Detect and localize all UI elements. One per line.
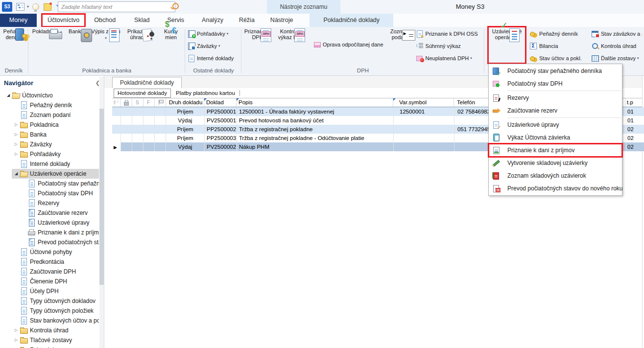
uzavierkove-operacie-button[interactable]: Uzávierkové operácie ▾ — [488, 27, 525, 63]
tab-nastroje[interactable]: Nástroje — [264, 14, 299, 27]
document-tab-pokladnicne-doklady[interactable]: Pokladničné doklady — [112, 77, 182, 89]
column-header-popis[interactable]: Popis — [237, 98, 393, 107]
tree-item-banka[interactable]: Banka — [0, 130, 99, 139]
menu-item-uzavierkove-upravy[interactable]: Uzávierkové úpravy — [489, 118, 622, 131]
menu-item-zauctovanie-rezerv[interactable]: Zaúčtovanie rezerv — [489, 104, 622, 117]
tree-item-tlacove-zostavy[interactable]: Tlačové zostavy — [0, 335, 99, 345]
tree-item-uzavierkove-operacie[interactable]: Uzávierkové operácie — [0, 169, 99, 179]
menu-item-vytvorenie-skladovej-uzavierky[interactable]: Vytvorenie skladovej uzávierky — [489, 157, 622, 169]
tree-item-typy-uctovnych-dokladov[interactable]: Typy účtovných dokladov — [0, 296, 99, 306]
tree-item-zauctovanie-rezerv[interactable]: Zaúčtovanie rezerv — [0, 208, 99, 218]
navigator-toggle-caret[interactable]: ▾ — [25, 2, 30, 12]
priznanie-k-dph-oss-button[interactable]: Priznanie k DPH OSS — [416, 29, 478, 38]
tree-item-uctovnictvo[interactable]: Účtovníctvo — [0, 91, 99, 100]
prikazy-na-uhradu-button[interactable]: Príkazy na úhradu ▾ — [120, 27, 160, 63]
expander-closed-icon[interactable] — [13, 139, 20, 149]
tree-item-ucely-dph[interactable]: Účely DPH — [0, 286, 99, 296]
menu-item-prevod-pociatocnych-stavov[interactable]: Prevod počiatočných stavov do nového rok… — [489, 182, 622, 195]
menu-item-rezervy[interactable]: Rezervy — [489, 92, 622, 104]
tree-item-predkontacia[interactable]: Predkontácia — [0, 257, 99, 267]
dropdown-caret: ▾ — [105, 36, 107, 40]
tree-item-rezervy[interactable]: Rezervy — [0, 198, 99, 208]
expander-closed-icon[interactable] — [13, 120, 20, 130]
tree-item-penazny-dennik[interactable]: Peňažný denník — [0, 100, 99, 110]
tree-item-pociatocny-stav-dph[interactable]: Počiatočný stav DPH — [0, 188, 99, 198]
tab-sklad[interactable]: Sklad — [128, 14, 155, 27]
navigator-scrollbar[interactable] — [99, 77, 104, 348]
pokladnica-button[interactable]: Pokladnica ▾ — [29, 27, 65, 63]
tree-item-priznanie-k-dani[interactable]: Priznanie k dani z príjmov — [0, 228, 99, 237]
tree-item-kontrola-uhrad[interactable]: Kontrola úhrad — [0, 325, 99, 335]
tree-item-uzavierkove-upravy[interactable]: Uzávierkové úpravy — [0, 218, 99, 228]
notes-button[interactable] — [42, 2, 53, 12]
tree-item-clenenie-dph[interactable]: Členenie DPH — [0, 277, 99, 286]
tab-analyzy[interactable]: Analýzy — [196, 14, 229, 27]
subtab-platby-kartou[interactable]: Platby platobnou kartou — [172, 89, 239, 97]
expander-open-icon[interactable] — [5, 91, 12, 100]
menu-item-pociatocny-stav-dph[interactable]: Počiatočný stav DPH — [489, 77, 622, 90]
f-column-header[interactable]: F — [143, 98, 155, 107]
penazny-dennik-button[interactable]: Peňažný denník — [0, 27, 27, 63]
s-column-header[interactable]: S — [132, 98, 143, 107]
priznanie-k-dph-button[interactable]: DPH Priznanie k DPH — [242, 27, 273, 63]
tree-item-uctovne-pohyby[interactable]: Účtovné pohyby — [0, 247, 99, 257]
search-input[interactable] — [58, 1, 175, 12]
oprava-odpocitanej-dane-button[interactable]: Oprava odpočítanej dane — [313, 41, 383, 49]
column-header-var-symbol[interactable]: Var.symbol — [393, 98, 454, 107]
menu-item-zoznam-skladovych-uzavierok[interactable]: Zoznam skladových uzávierok — [489, 169, 622, 182]
penazny-dennik-report-button[interactable]: Peňažný denník — [529, 29, 589, 38]
tree-item-stav-bankovych-uctov[interactable]: Stav bankových účtov a pokl — [0, 316, 99, 325]
expander-closed-icon[interactable] — [13, 325, 20, 335]
tab-pokladnicne-doklady[interactable]: Pokladničné doklady — [310, 14, 393, 27]
lock-column-header[interactable] — [121, 98, 132, 107]
tab-uctovnictvo[interactable]: Účtovníctvo — [42, 14, 85, 27]
flag-column-header[interactable] — [155, 98, 166, 107]
expander-open-icon[interactable] — [13, 169, 20, 179]
kurzy-mien-button[interactable]: Kurzy mien — [160, 27, 182, 63]
tab-obchod[interactable]: Obchod — [88, 14, 121, 27]
vypis-z-uctu-button[interactable]: Výpis z účtu ▾ — [91, 27, 120, 63]
zoznam-podani-button[interactable]: Zoznam podaní — [386, 27, 414, 63]
menu-item-pociatocny-stav-denniku[interactable]: Počiatočný stav peňažného denníka — [489, 65, 622, 77]
subtab-hotovostne-doklady[interactable]: Hotovostné doklady — [114, 89, 171, 98]
scrollbar-thumb[interactable] — [99, 109, 104, 285]
neuplatnena-dph-button[interactable]: Neuplatnená DPH ▾ — [416, 54, 478, 62]
expander-closed-icon[interactable] — [13, 335, 20, 345]
tree-item-interne-doklady[interactable]: Interné doklady — [0, 159, 99, 169]
tree-item-pokladnica[interactable]: Pokladnica — [0, 120, 99, 130]
zavazky-button[interactable]: Záväzky ▾ — [187, 42, 240, 50]
tree-item-prevod-pociatocnych-stavov[interactable]: Prevod počiatočných stavo — [0, 237, 99, 247]
tab-money[interactable]: Money — [0, 14, 37, 27]
tab-rezia[interactable]: Réžia — [233, 14, 261, 27]
tree-item-zavazky[interactable]: Záväzky — [0, 139, 99, 149]
column-header-doklad[interactable]: Doklad — [204, 98, 237, 107]
sort-column-header[interactable]: A Z — [112, 98, 121, 107]
tree-item-zoznam-podani[interactable]: Zoznam podaní — [0, 110, 99, 120]
tree-item-pohladavky[interactable]: Pohľadávky — [0, 149, 99, 159]
bilancia-button[interactable]: Bilancia — [529, 42, 589, 50]
tree-item-pociatocny-stav-penazneho[interactable]: Počiatočný stav peňažného — [0, 179, 99, 188]
interne-doklady-button[interactable]: Interné doklady — [187, 54, 240, 62]
tips-button[interactable] — [30, 2, 41, 12]
suhrnny-vykaz-button[interactable]: Súhrnný výkaz — [416, 42, 478, 50]
tree-item-fakturacia[interactable]: Fakturácia — [0, 345, 99, 348]
menu-item-priznanie-k-dani-z-prijmov[interactable]: Priznanie k dani z príjmov — [489, 144, 622, 157]
expander-closed-icon[interactable] — [13, 130, 20, 139]
navigator-toggle-button[interactable] — [15, 2, 25, 12]
stav-uctov-a-pokl-button[interactable]: Stav účtov a pokl. — [529, 54, 589, 62]
expander-closed-icon[interactable] — [13, 345, 20, 348]
tree-item-typy-uctovnych-poloziek[interactable]: Typy účtovných položiek — [0, 306, 99, 316]
kontrolny-vykaz-dph-button[interactable]: DPH Kontrolný výkaz DPH — [273, 27, 310, 63]
search-icon[interactable] — [172, 3, 179, 9]
column-header-partial[interactable]: t.p — [626, 98, 644, 107]
tree-item-zauctovanie-dph[interactable]: Zaúčtovanie DPH — [0, 267, 99, 277]
menu-item-vykaz-uctovna-zavierka[interactable]: Výkaz Účtovná závierka — [489, 131, 622, 144]
dalsie-zostavy-button[interactable]: Ďalšie zostavy ▾ — [591, 54, 642, 62]
app-logo[interactable]: S3 — [2, 2, 12, 12]
expander-closed-icon[interactable] — [13, 149, 20, 159]
kontrola-uhrad-button[interactable]: Kontrola úhrad — [591, 42, 642, 50]
pohladavky-button[interactable]: Pohľadávky ▾ — [187, 29, 240, 38]
column-header-druh-dokladu[interactable]: Druh dokladu — [166, 98, 204, 107]
stav-zavazkov-button[interactable]: Stav záväzkov a p — [591, 29, 642, 38]
banka-button[interactable]: Banka ▾ — [65, 27, 91, 63]
